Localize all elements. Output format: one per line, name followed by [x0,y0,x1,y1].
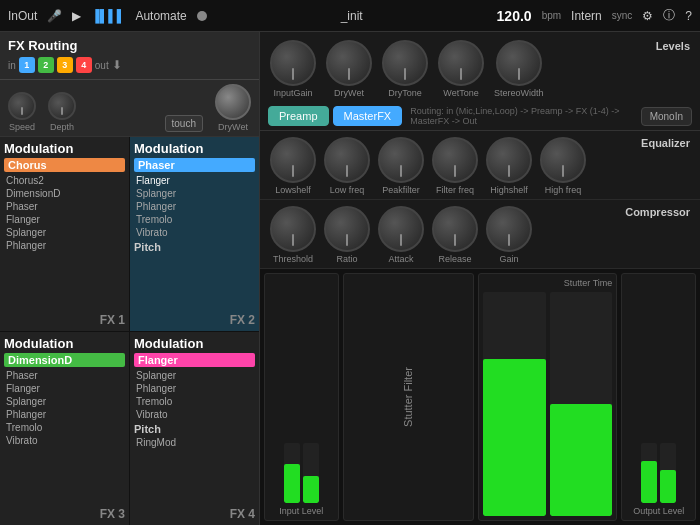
lowshelf-label: Lowshelf [275,185,311,195]
touch-button[interactable]: touch [165,115,203,132]
fx1-cell: Modulation Chorus Chorus2 DimensionD Pha… [0,137,129,331]
fx3-selected[interactable]: DimensionD [4,353,125,367]
eq-section: Lowshelf Low freq Peakfilter Filter freq… [260,131,700,200]
fx2-selected[interactable]: Phaser [134,158,255,172]
stutter-fill-2 [550,404,613,516]
release-group: Release [432,206,478,264]
slot-1[interactable]: 1 [19,57,35,73]
info-icon[interactable]: ⓘ [663,7,675,24]
fx4-selected[interactable]: Flanger [134,353,255,367]
speed-knob[interactable] [8,92,36,120]
signal-icon[interactable]: ▐▌▌▌ [91,9,125,23]
fx4-item-0[interactable]: Splanger [134,369,255,382]
fx1-item-3[interactable]: Flanger [4,213,125,226]
lowfreq-knob[interactable] [324,137,370,183]
fx3-item-1[interactable]: Flanger [4,382,125,395]
peakfilter-knob[interactable] [378,137,424,183]
lowfreq-label: Low freq [330,185,365,195]
speed-knob-group: Speed [8,92,36,132]
inputgain-group: InputGain [270,40,316,98]
highshelf-knob[interactable] [486,137,532,183]
fx3-item-2[interactable]: Splanger [4,395,125,408]
sync-label[interactable]: Intern [571,9,602,23]
release-knob[interactable] [432,206,478,252]
slot-2[interactable]: 2 [38,57,54,73]
monoin-button[interactable]: MonoIn [641,107,692,126]
lowfreq-group: Low freq [324,137,370,195]
fx2-item-3[interactable]: Tremolo [134,213,255,226]
fx3-item-0[interactable]: Phaser [4,369,125,382]
drywet-knob[interactable] [215,84,251,120]
input-bars [284,443,319,503]
depth-knob[interactable] [48,92,76,120]
highshelf-label: Highshelf [490,185,528,195]
slot-out: out [95,60,109,71]
fx4-item-2[interactable]: Tremolo [134,395,255,408]
input-level-meter: Input Level [264,273,339,521]
fx4-section2: Pitch [134,423,255,435]
fx2-item-2[interactable]: Phlanger [134,200,255,213]
tab-masterfx[interactable]: MasterFX [333,106,403,126]
fx1-item-0[interactable]: Chorus2 [4,174,125,187]
fx1-item-2[interactable]: Phaser [4,200,125,213]
fx1-item-5[interactable]: Phlanger [4,239,125,252]
automate-label[interactable]: Automate [135,9,186,23]
meters-section: Input Level Stutter Filter Stutter Time [260,269,700,525]
threshold-knob[interactable] [270,206,316,252]
fx-routing-title: FX Routing [8,38,251,53]
inputgain-knob[interactable] [270,40,316,86]
preset-name[interactable]: _init [341,9,363,23]
fx3-item-3[interactable]: Phlanger [4,408,125,421]
lowshelf-group: Lowshelf [270,137,316,195]
highfreq-knob[interactable] [540,137,586,183]
attack-group: Attack [378,206,424,264]
input-bar-right [303,443,319,503]
stutter-bar-1 [483,292,546,516]
play-icon[interactable]: ▶ [72,9,81,23]
fx4-item-3[interactable]: Vibrato [134,408,255,421]
fx2-cell: Modulation Phaser Flanger Splanger Phlan… [130,137,259,331]
bpm-label: bpm [542,10,561,21]
filterfreq-knob[interactable] [432,137,478,183]
fx1-selected[interactable]: Chorus [4,158,125,172]
fx3-label: FX 3 [100,507,125,521]
mic-icon[interactable]: 🎤 [47,9,62,23]
fx2-item-1[interactable]: Splanger [134,187,255,200]
settings-icon[interactable]: ⚙ [642,9,653,23]
slot-4[interactable]: 4 [76,57,92,73]
threshold-label: Threshold [273,254,313,264]
peakfilter-label: Peakfilter [382,185,420,195]
automate-dot[interactable] [197,11,207,21]
speed-label: Speed [9,122,35,132]
wettone-group: WetTone [438,40,484,98]
wettone-knob[interactable] [438,40,484,86]
gain-knob[interactable] [486,206,532,252]
bpm-value[interactable]: 120.0 [497,8,532,24]
fx2-item-0[interactable]: Flanger [134,174,255,187]
lowshelf-knob[interactable] [270,137,316,183]
slot-3[interactable]: 3 [57,57,73,73]
stutter-time-title: Stutter Time [483,278,612,288]
drytone-knob[interactable] [382,40,428,86]
stereowidth-label: StereoWidth [494,88,544,98]
fx3-item-5[interactable]: Vibrato [4,434,125,447]
slot-arrow: ⬇ [112,58,122,72]
attack-knob[interactable] [378,206,424,252]
tab-preamp[interactable]: Preamp [268,106,329,126]
help-icon[interactable]: ? [685,9,692,23]
ratio-knob[interactable] [324,206,370,252]
fx1-item-4[interactable]: Splanger [4,226,125,239]
fx2-item-4[interactable]: Vibrato [134,226,255,239]
fx1-item-1[interactable]: DimensionD [4,187,125,200]
drywet-knob-group: DryWet [215,84,251,132]
inout-label[interactable]: InOut [8,9,37,23]
fx2-section2: Pitch [134,241,255,253]
topbar: InOut 🎤 ▶ ▐▌▌▌ Automate _init 120.0 bpm … [0,0,700,32]
stereowidth-knob[interactable] [496,40,542,86]
fx4-item2-0[interactable]: RingMod [134,436,255,449]
fx3-item-4[interactable]: Tremolo [4,421,125,434]
drywet-knob-r[interactable] [326,40,372,86]
left-panel: FX Routing in 1 2 3 4 out ⬇ Speed Depth … [0,32,260,525]
fx4-item-1[interactable]: Phlanger [134,382,255,395]
fx4-label: FX 4 [230,507,255,521]
